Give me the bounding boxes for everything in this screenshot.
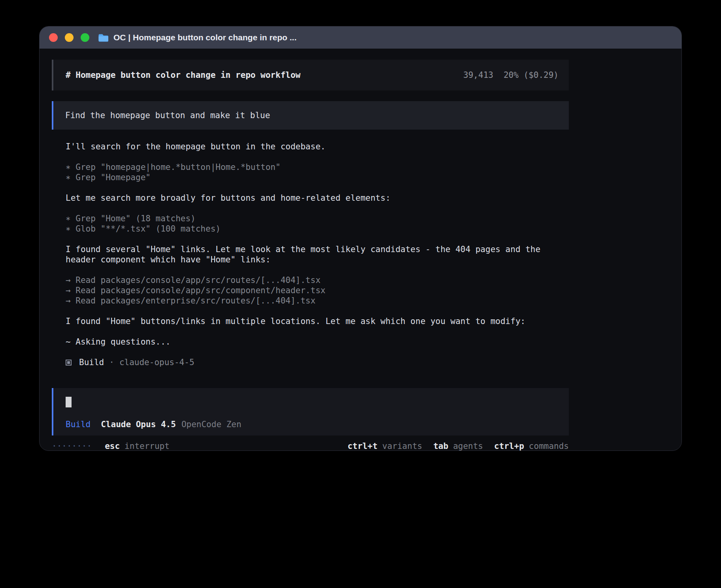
text-cursor bbox=[66, 397, 72, 407]
shortcut-agents: tab agents bbox=[433, 441, 483, 451]
assistant-text: I found several "Home" links. Let me loo… bbox=[66, 244, 569, 265]
tool-call-group: ∗ Grep "homepage|home.*button|Home.*butt… bbox=[66, 162, 569, 183]
variants-key-hint: ctrl+t bbox=[347, 441, 377, 451]
shortcut-esc: esc interrupt bbox=[105, 441, 170, 451]
assistant-transcript: I'll search for the homepage button in t… bbox=[52, 141, 569, 378]
model-label: Claude Opus 4.5 bbox=[101, 420, 176, 429]
prompt-input[interactable]: Build Claude Opus 4.5 OpenCode Zen bbox=[52, 388, 569, 435]
token-count: 39,413 bbox=[463, 70, 493, 80]
variants-key-label: variants bbox=[382, 441, 422, 451]
agent-mode-label: Build bbox=[66, 420, 91, 429]
user-message: Find the homepage button and make it blu… bbox=[52, 101, 569, 130]
statusbar-right: ctrl+t variants tab agents ctrl+p comman… bbox=[347, 441, 569, 451]
title-group: OC | Homepage button color change in rep… bbox=[98, 33, 296, 42]
esc-key-label: interrupt bbox=[125, 441, 170, 451]
titlebar[interactable]: OC | Homepage button color change in rep… bbox=[40, 26, 681, 49]
agent-name: Build bbox=[79, 357, 104, 368]
agent-model: claude-opus-4-5 bbox=[119, 357, 194, 368]
terminal-content: # Homepage button color change in repo w… bbox=[40, 49, 681, 451]
minimize-button[interactable] bbox=[65, 33, 74, 42]
commands-key-hint: ctrl+p bbox=[494, 441, 524, 451]
tool-call-grep: ∗ Grep "homepage|home.*button|Home.*butt… bbox=[66, 162, 569, 172]
assistant-text: I found "Home" buttons/links in multiple… bbox=[66, 316, 569, 326]
esc-key-hint: esc bbox=[105, 441, 120, 451]
tool-call-grep: ∗ Grep "Homepage" bbox=[66, 172, 569, 183]
shortcut-commands: ctrl+p commands bbox=[494, 441, 569, 451]
agents-key-hint: tab bbox=[433, 441, 448, 451]
assistant-text: I'll search for the homepage button in t… bbox=[66, 141, 569, 152]
shortcut-variants: ctrl+t variants bbox=[347, 441, 422, 451]
user-message-text: Find the homepage button and make it blu… bbox=[65, 111, 270, 120]
tool-call-read: → Read packages/console/app/src/routes/[… bbox=[66, 275, 569, 285]
tool-call-group: → Read packages/console/app/src/routes/[… bbox=[66, 275, 569, 306]
agent-status-line: Build · claude-opus-4-5 bbox=[66, 357, 569, 368]
session-header: # Homepage button color change in repo w… bbox=[52, 60, 569, 90]
statusbar: ········ esc interrupt ctrl+t variants t… bbox=[52, 440, 569, 451]
window-title: OC | Homepage button color change in rep… bbox=[113, 33, 296, 42]
close-button[interactable] bbox=[49, 33, 58, 42]
tool-call-read: → Read packages/console/app/src/componen… bbox=[66, 285, 569, 296]
context-usage: 20% ($0.29) bbox=[504, 70, 559, 80]
agents-key-label: agents bbox=[453, 441, 483, 451]
assistant-text: Let me search more broadly for buttons a… bbox=[66, 193, 569, 203]
terminal-window: OC | Homepage button color change in rep… bbox=[39, 26, 682, 451]
tool-call-read: → Read packages/enterprise/src/routes/[.… bbox=[66, 296, 569, 306]
provider-label: OpenCode Zen bbox=[181, 420, 242, 429]
commands-key-label: commands bbox=[529, 441, 569, 451]
session-title: # Homepage button color change in repo w… bbox=[66, 70, 300, 80]
folder-icon bbox=[98, 33, 109, 42]
spinner-dots: ········ bbox=[52, 441, 92, 451]
tool-call-glob: ∗ Glob "**/*.tsx" (100 matches) bbox=[66, 224, 569, 234]
input-meta: Build Claude Opus 4.5 OpenCode Zen bbox=[66, 420, 557, 429]
agent-build-icon bbox=[66, 360, 72, 366]
agent-separator: · bbox=[109, 357, 114, 368]
session-stats: 39,413 20% ($0.29) bbox=[463, 70, 559, 80]
tool-call-group: ∗ Grep "Home" (18 matches) ∗ Glob "**/*.… bbox=[66, 213, 569, 234]
zoom-button[interactable] bbox=[81, 33, 89, 42]
tool-call-grep: ∗ Grep "Home" (18 matches) bbox=[66, 213, 569, 224]
asking-status: ~ Asking questions... bbox=[66, 337, 569, 347]
traffic-lights bbox=[49, 33, 89, 42]
statusbar-left: ········ esc interrupt bbox=[52, 441, 170, 451]
